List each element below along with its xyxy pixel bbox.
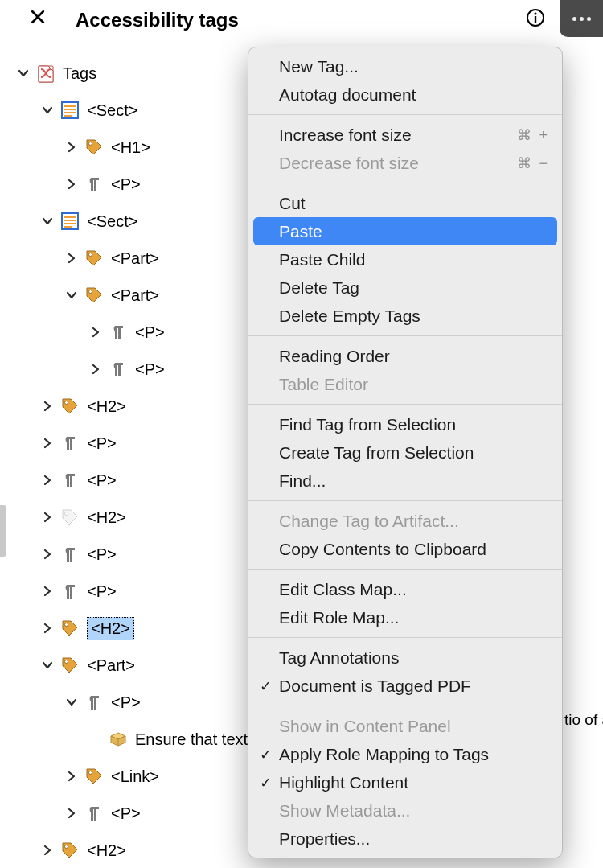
menu-item-label: Apply Role Mapping to Tags	[279, 745, 489, 764]
menu-item-label: Find...	[279, 471, 326, 491]
chevron-right-icon[interactable]	[40, 436, 55, 450]
paragraph-icon	[59, 581, 80, 602]
arrow-placeholder	[88, 732, 103, 747]
tree-node-label[interactable]: <Part>	[111, 249, 159, 268]
tag-icon	[59, 507, 80, 528]
menu-item-label: Show Metadata...	[279, 801, 410, 821]
info-icon	[526, 8, 545, 27]
chevron-right-icon[interactable]	[40, 510, 55, 525]
close-button[interactable]	[31, 10, 50, 29]
chevron-down-icon[interactable]	[40, 658, 55, 673]
tree-node-label[interactable]: <P>	[87, 545, 117, 564]
tree-node-label[interactable]: <Sect>	[87, 212, 137, 231]
tree-node-label[interactable]: <H2>	[87, 397, 126, 416]
tree-node-label[interactable]: <P>	[111, 693, 141, 712]
chevron-down-icon[interactable]	[16, 66, 31, 80]
menu-item[interactable]: Autotag document	[248, 80, 562, 109]
tag-icon	[59, 840, 80, 861]
tree-node-label[interactable]: <H2>	[87, 841, 126, 860]
menu-separator	[248, 500, 562, 501]
paragraph-icon	[59, 544, 80, 565]
menu-item-label: Decrease font size	[279, 154, 419, 173]
menu-item-label: Edit Role Map...	[279, 608, 399, 627]
menu-item[interactable]: Paste Child	[248, 245, 562, 274]
tree-node-label[interactable]: <P>	[135, 323, 165, 342]
menu-item-label: Autotag document	[279, 85, 416, 105]
chevron-right-icon[interactable]	[40, 473, 55, 487]
menu-separator	[248, 706, 562, 706]
menu-item[interactable]: Increase font size⌘ +	[248, 121, 562, 149]
tree-node-label[interactable]: <P>	[111, 804, 141, 823]
menu-item-label: Tag Annotations	[279, 648, 399, 668]
menu-separator	[248, 335, 562, 336]
tree-node-label[interactable]: <P>	[87, 582, 117, 601]
menu-item[interactable]: Edit Role Map...	[248, 603, 562, 631]
chevron-right-icon[interactable]	[88, 325, 103, 339]
chevron-right-icon[interactable]	[40, 399, 55, 413]
menu-item[interactable]: Delete Tag	[248, 274, 562, 302]
tree-node-label[interactable]: <P>	[87, 471, 117, 490]
menu-item[interactable]: New Tag...	[248, 52, 562, 80]
tree-node-label[interactable]: <P>	[111, 175, 141, 194]
menu-item[interactable]: Cut	[248, 189, 562, 217]
menu-item[interactable]: Find...	[248, 467, 562, 495]
menu-item[interactable]: Reading Order	[248, 342, 562, 370]
tree-node-label[interactable]: <Part>	[87, 656, 135, 675]
tree-node-label[interactable]: <Part>	[111, 286, 159, 305]
tree-node-label[interactable]: <H2>	[87, 617, 134, 640]
menu-separator	[248, 637, 562, 638]
paragraph-icon	[108, 359, 129, 380]
menu-item[interactable]: Find Tag from Selection	[248, 410, 562, 438]
paragraph-icon	[59, 433, 80, 454]
content-box-icon	[108, 729, 129, 750]
chevron-right-icon[interactable]	[40, 621, 55, 636]
tag-icon	[59, 655, 80, 676]
menu-item-label: Create Tag from Selection	[279, 443, 474, 463]
close-icon	[31, 10, 45, 24]
chevron-right-icon[interactable]	[64, 251, 79, 265]
menu-item[interactable]: Create Tag from Selection	[248, 438, 562, 467]
context-menu[interactable]: New Tag...Autotag documentIncrease font …	[248, 47, 563, 858]
menu-item[interactable]: Properties...	[248, 825, 562, 853]
chevron-right-icon[interactable]	[88, 362, 103, 376]
menu-item-shortcut: ⌘ +	[517, 126, 549, 144]
menu-item[interactable]: Tag Annotations	[248, 644, 562, 672]
tree-node-label[interactable]: <H2>	[87, 508, 126, 527]
menu-item[interactable]: Copy Contents to Clipboard	[248, 535, 562, 563]
tree-node-label[interactable]: <H1>	[111, 138, 150, 157]
menu-item[interactable]: ✓Document is Tagged PDF	[248, 672, 562, 700]
chevron-right-icon[interactable]	[64, 806, 79, 821]
check-icon: ✓	[260, 677, 272, 695]
chevron-right-icon[interactable]	[64, 140, 79, 154]
check-icon: ✓	[260, 746, 272, 763]
chevron-down-icon[interactable]	[64, 288, 79, 302]
menu-item-label: Edit Class Map...	[279, 580, 407, 599]
chevron-down-icon[interactable]	[40, 103, 55, 117]
chevron-down-icon[interactable]	[40, 214, 55, 228]
menu-item[interactable]: ✓Highlight Content	[248, 768, 562, 796]
tree-node-label[interactable]: Tags	[63, 64, 96, 83]
menu-item[interactable]: Edit Class Map...	[248, 575, 562, 603]
chevron-right-icon[interactable]	[64, 177, 79, 191]
tree-node-label[interactable]: <Sect>	[87, 101, 137, 120]
chevron-down-icon[interactable]	[64, 695, 79, 710]
tree-node-label[interactable]: <P>	[135, 360, 165, 379]
chevron-right-icon[interactable]	[64, 769, 79, 784]
chevron-right-icon[interactable]	[40, 547, 55, 562]
scroll-thumb[interactable]	[0, 505, 6, 557]
tag-icon	[84, 248, 105, 269]
chevron-right-icon[interactable]	[40, 843, 55, 858]
menu-item-label: Table Editor	[279, 375, 368, 394]
chevron-right-icon[interactable]	[40, 584, 55, 599]
info-button[interactable]	[526, 8, 548, 31]
more-options-button[interactable]	[560, 0, 603, 37]
menu-item[interactable]: Delete Empty Tags	[248, 302, 562, 330]
menu-item[interactable]: ✓Apply Role Mapping to Tags	[248, 740, 562, 768]
tag-icon	[59, 618, 80, 639]
menu-item[interactable]: Paste	[253, 217, 557, 245]
menu-item-label: New Tag...	[279, 57, 359, 76]
tree-node-label[interactable]: <Link>	[111, 767, 159, 786]
menu-item-label: Copy Contents to Clipboard	[279, 540, 486, 559]
menu-separator	[248, 114, 562, 115]
tree-node-label[interactable]: <P>	[87, 434, 117, 453]
